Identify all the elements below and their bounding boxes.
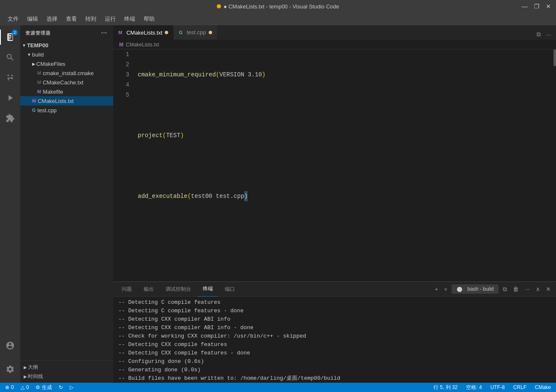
- chevron-down-icon: ▼: [22, 43, 26, 48]
- spaces-text: 空格: 4: [466, 384, 482, 391]
- sidebar-timeline[interactable]: ▶ 时间线: [20, 372, 113, 381]
- code-text3: test00 test.cpp: [191, 191, 244, 201]
- terminal-dropdown-button[interactable]: ∨: [442, 286, 449, 293]
- tree-file-testcpp[interactable]: G test.cpp: [20, 105, 113, 115]
- panel-tab-output[interactable]: 输出: [139, 282, 159, 297]
- chevron-right-icon: ▶: [32, 62, 35, 66]
- panel-tabs: 问题 输出 调试控制台 终端 端口 + ∨ ⬤ bash - build ⧉ 🗑…: [113, 282, 556, 297]
- activity-run-debug[interactable]: [0, 88, 20, 108]
- kill-terminal-button[interactable]: 🗑: [511, 285, 521, 293]
- cmake-icon: M: [37, 70, 41, 76]
- tree-folder-cmakefiles[interactable]: ▶ CMakeFiles: [20, 59, 113, 68]
- code-paren4: ): [180, 130, 184, 141]
- terminal-line-7: -- Detecting CXX compile features - done: [118, 349, 551, 357]
- terminal-content[interactable]: -- Detecting C compile features -- Detec…: [113, 297, 556, 383]
- panel-tab-terminal[interactable]: 终端: [198, 282, 218, 297]
- terminal-more-button[interactable]: ···: [523, 285, 531, 293]
- modified-dot: [217, 4, 221, 8]
- code-func2: project: [138, 130, 163, 141]
- minimize-button[interactable]: —: [521, 2, 529, 11]
- terminal-label-text: bash - build: [466, 285, 495, 293]
- sidebar-more-button[interactable]: ···: [100, 29, 108, 37]
- tree-root-temp00[interactable]: ▼ TEMP00: [20, 41, 113, 50]
- code-paren5: (: [188, 191, 191, 201]
- menu-select[interactable]: 选择: [43, 14, 61, 24]
- tab-cmakelists[interactable]: M CMakeLists.txt: [113, 25, 174, 40]
- activity-extensions[interactable]: [0, 108, 20, 128]
- folder-root-label: TEMP00: [27, 42, 49, 49]
- scrollbar-thumb: [553, 49, 556, 66]
- line-numbers: 1 2 3 4 5: [113, 49, 134, 281]
- code-text2: TEST: [166, 130, 180, 141]
- statusbar: ⊗ 0 △ 0 ⚙ 生成 ↻ ▷ 行 5, 列 32 空格: 4 UTF-8 C…: [0, 383, 556, 392]
- status-language[interactable]: CMake: [533, 384, 553, 390]
- tab-actions: ⧉ ···: [535, 29, 556, 40]
- titlebar: ● CMakeLists.txt - temp00 - Visual Studi…: [0, 0, 556, 13]
- status-play[interactable]: ▷: [68, 384, 75, 390]
- sidebar-header: 资源管理器 ···: [20, 25, 113, 41]
- panel-tab-ports[interactable]: 端口: [220, 282, 240, 297]
- sidebar-title: 资源管理器: [25, 30, 51, 36]
- menu-run[interactable]: 运行: [101, 14, 119, 24]
- tree-file-makefile[interactable]: M Makefile: [20, 87, 113, 96]
- folder-cmakefiles-label: CMakeFiles: [36, 61, 65, 67]
- status-position[interactable]: 行 5, 列 32: [432, 384, 459, 391]
- more-actions-button[interactable]: ···: [544, 30, 553, 40]
- status-sync[interactable]: ↻: [57, 384, 65, 390]
- activity-search[interactable]: [0, 47, 20, 68]
- breadcrumb-filename[interactable]: CMakeLists.txt: [126, 42, 159, 48]
- code-line-3: project(TEST): [138, 130, 552, 141]
- tree-folder-build[interactable]: ▼ build: [20, 50, 113, 59]
- tree-file-cmakecache[interactable]: M CMakeCache.txt: [20, 78, 113, 87]
- code-func3: add_executable: [138, 191, 188, 201]
- split-editor-button[interactable]: ⧉: [535, 29, 542, 40]
- status-eol[interactable]: CRLF: [512, 384, 528, 390]
- main-layout: 2: [0, 25, 556, 383]
- status-spaces[interactable]: 空格: 4: [464, 384, 483, 391]
- panel-tab-problems[interactable]: 问题: [117, 282, 137, 297]
- tab-modified-dot: [165, 31, 168, 34]
- activity-explorer[interactable]: 2: [0, 27, 20, 47]
- menu-help[interactable]: 帮助: [140, 14, 158, 24]
- scrollbar-track[interactable]: [552, 49, 556, 281]
- tree-file-cmake-install[interactable]: M cmake_install.cmake: [20, 68, 113, 78]
- panel-tab-actions: + ∨ ⬤ bash - build ⧉ 🗑 ··· ∧ ✕: [433, 284, 553, 294]
- split-terminal-button[interactable]: ⧉: [501, 285, 509, 294]
- status-warnings[interactable]: △ 0: [19, 384, 31, 390]
- activity-settings[interactable]: [0, 359, 20, 379]
- menu-goto[interactable]: 转到: [82, 14, 100, 24]
- code-line-5: add_executable(test00 test.cpp): [138, 191, 552, 201]
- status-errors[interactable]: ⊗ 0: [3, 384, 16, 390]
- m-icon: M: [32, 98, 36, 103]
- status-generate[interactable]: ⚙ 生成: [34, 384, 54, 391]
- breadcrumb: M CMakeLists.txt: [113, 40, 556, 49]
- explorer-badge: 2: [12, 30, 18, 35]
- sidebar-actions: ···: [100, 29, 108, 37]
- tree-file-cmakelists[interactable]: M CMakeLists.txt: [20, 96, 113, 105]
- menu-file[interactable]: 文件: [4, 14, 22, 24]
- outline-label: 大纲: [28, 364, 38, 371]
- sidebar-outline[interactable]: ▶ 大纲: [20, 362, 113, 372]
- error-count: 0: [11, 384, 14, 390]
- activity-source-control[interactable]: [0, 68, 20, 88]
- code-content[interactable]: cmake_minimum_required(VERSION 3.10) pro…: [134, 49, 552, 281]
- status-encoding[interactable]: UTF-8: [489, 384, 507, 390]
- close-button[interactable]: ✕: [544, 2, 553, 11]
- menu-terminal[interactable]: 终端: [121, 14, 139, 24]
- maximize-button[interactable]: ❐: [532, 2, 541, 11]
- code-paren3: (: [163, 130, 166, 141]
- terminal-label[interactable]: ⬤ bash - build: [452, 284, 499, 294]
- eol-text: CRLF: [513, 384, 526, 390]
- menu-edit[interactable]: 编辑: [24, 14, 41, 24]
- encoding-text: UTF-8: [491, 384, 505, 390]
- activity-account[interactable]: [0, 335, 20, 356]
- file-cmakelists-label: CMakeLists.txt: [38, 98, 74, 104]
- new-terminal-button[interactable]: +: [433, 285, 440, 293]
- tab-testcpp[interactable]: G test.cpp: [174, 25, 217, 40]
- panel-tab-debug[interactable]: 调试控制台: [161, 282, 196, 297]
- code-paren2: ): [262, 70, 265, 80]
- close-panel-button[interactable]: ✕: [544, 285, 553, 293]
- maximize-panel-button[interactable]: ∧: [534, 285, 542, 293]
- code-editor: 1 2 3 4 5 cmake_minimum_required(VERSION…: [113, 49, 556, 281]
- menu-view[interactable]: 查看: [63, 14, 80, 24]
